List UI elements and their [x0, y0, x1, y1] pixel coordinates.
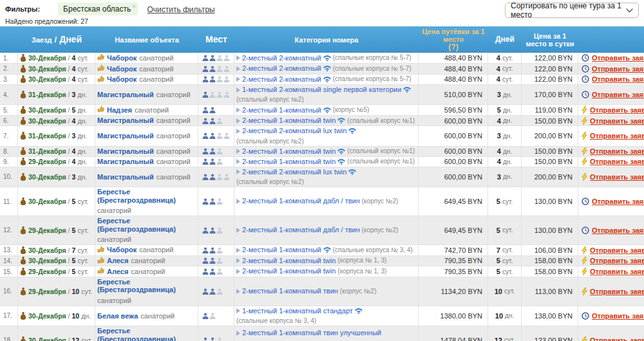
sort-select[interactable]: Сортировать по цене тура за 1 место: [505, 3, 639, 18]
close-icon[interactable]: ×: [132, 3, 135, 10]
send-request-link[interactable]: Отправить заявку: [590, 106, 644, 114]
person-icon: [216, 198, 223, 205]
category-link[interactable]: 2-местный 2-комнатный lux twin: [242, 168, 346, 176]
object-link[interactable]: Берестье (Брестагроздравница): [97, 217, 196, 233]
duration-number: 4: [72, 65, 76, 73]
object-link[interactable]: Магистральный: [97, 147, 154, 156]
object-link[interactable]: Надзея: [107, 106, 132, 115]
filter-chip-region[interactable]: Брестская область ×: [58, 3, 138, 15]
object-link[interactable]: Алеся: [107, 257, 128, 265]
category-cell: 2-местный 1-комнатный twin (спальный кор…: [234, 157, 419, 167]
table-row: 8. 31-Декабря / 4 дн. Магистральный сана…: [0, 147, 644, 157]
category-link[interactable]: 2-местный 1-комнатный: [242, 246, 321, 254]
object-link[interactable]: Чаборок: [107, 54, 137, 62]
send-request-link[interactable]: Отправить заявку: [592, 198, 644, 205]
send-request-link[interactable]: Отправить заявку: [590, 132, 644, 140]
object-link[interactable]: Алеся: [107, 268, 128, 276]
category-note: (корпус №2): [362, 198, 399, 205]
category-link[interactable]: 1-местный 1-комнатный стандарт: [242, 307, 353, 315]
send-request-link[interactable]: Отправить заявку: [592, 54, 644, 62]
category-link[interactable]: 2-местный 2-комнатный: [242, 54, 321, 62]
col-header-price-per-day[interactable]: Цена за 1 место в сутки: [522, 31, 578, 49]
sort-by-days-link[interactable]: Дней: [59, 35, 82, 44]
col-header-price[interactable]: Цена путёвки за 1 место (?): [419, 26, 488, 53]
object-link[interactable]: Белая вежа: [97, 312, 138, 320]
object-link[interactable]: Чаборок: [107, 75, 137, 84]
send-request-link[interactable]: Отправить заявку: [590, 117, 644, 125]
object-link[interactable]: Берестье (Брестагроздравница): [97, 327, 196, 341]
col-header-category[interactable]: Категория номера: [234, 35, 419, 45]
object-link[interactable]: Берестье (Брестагроздравница): [97, 188, 196, 204]
send-request-link[interactable]: Отправить заявку: [592, 75, 644, 83]
object-cell: Магистральный санаторий: [95, 147, 198, 156]
duration-number: 4: [72, 117, 76, 125]
send-request-link[interactable]: Отправить заявку: [590, 246, 644, 254]
send-request-link[interactable]: Отправить заявку: [590, 336, 644, 341]
clear-filters-link[interactable]: Очистить фильтры: [147, 3, 214, 14]
object-link[interactable]: Чаборок: [107, 246, 137, 254]
seats-cell: [198, 187, 234, 216]
days-cell: 4 дн.: [488, 116, 522, 125]
triangle-marker-icon: [236, 55, 240, 60]
seats-cell: [198, 167, 234, 187]
object-cell: Магистральный санаторий: [95, 116, 198, 125]
moneybag-icon: [20, 147, 26, 155]
apply-cell: Отправить заявку: [578, 75, 644, 85]
seats-cell: [198, 147, 234, 156]
send-request-link[interactable]: Отправить заявку: [590, 173, 644, 181]
col-header-name[interactable]: Название объекта: [95, 35, 198, 45]
price-per-day: 158,00 BYN: [522, 256, 578, 266]
sort-by-checkin-link[interactable]: Заезд: [32, 36, 52, 44]
category-link[interactable]: 1-местный 2-комнатный single первой кате…: [242, 86, 401, 94]
col-header-seats[interactable]: Мест: [198, 33, 234, 46]
object-link[interactable]: Берестье (Брестагроздравница): [97, 278, 196, 294]
duration-number: 4: [72, 54, 76, 62]
send-request-link[interactable]: Отправить заявку: [590, 158, 644, 165]
object-link[interactable]: Магистральный: [97, 116, 154, 125]
table-row: 13. 30-Декабря / 7 сут. Чаборок санатори…: [0, 245, 644, 256]
send-request-link[interactable]: Отправить заявку: [590, 268, 644, 275]
category-link[interactable]: 2-местный 2-комнатный: [242, 75, 321, 84]
category-link[interactable]: 2-местный 1-комнатный twin: [242, 257, 336, 265]
checkin-cell: 30-Декабря / 7 сут.: [18, 245, 95, 255]
send-request-link[interactable]: Отправить заявку: [592, 65, 644, 73]
category-link[interactable]: 2-местный 1-комнатный: [242, 106, 321, 115]
category-note: (корпуса № 1, 3): [337, 268, 386, 275]
category-link[interactable]: 2-местный 2-комнатный lux twin: [242, 127, 346, 135]
days-cell: 5 дн.: [488, 105, 522, 115]
category-link[interactable]: 2-местный 1-комнатный twin: [242, 116, 336, 125]
wifi-icon: [348, 128, 356, 134]
category-link[interactable]: 2-местный 2-комнатный: [242, 64, 321, 73]
person-icon: [202, 313, 209, 319]
send-request-link[interactable]: Отправить заявку: [590, 257, 644, 264]
help-icon[interactable]: (?): [448, 43, 458, 51]
col-header-days[interactable]: Дней: [488, 34, 522, 45]
category-cell: 2-местный 2-комнатный (спальные корпуса …: [234, 64, 419, 74]
duration-number: 4: [72, 75, 76, 83]
object-type: санаторий: [97, 297, 131, 305]
send-request-link[interactable]: Отправить заявку: [592, 312, 644, 320]
object-link[interactable]: Магистральный: [97, 91, 154, 99]
category-link[interactable]: 2-местный 1-комнатный twin: [242, 147, 336, 156]
person-icon: [202, 174, 209, 180]
category-link[interactable]: 2-местный 1-комнатный твин улучшенный: [242, 329, 381, 337]
category-link[interactable]: 2-местный 1-комнатный дабл / твин: [242, 226, 360, 234]
category-link[interactable]: 2-местный 1-комнатный twin: [242, 158, 336, 166]
send-request-link[interactable]: Отправить заявку: [592, 226, 644, 234]
send-request-link[interactable]: Отправить заявку: [590, 147, 644, 155]
object-link[interactable]: Магистральный: [97, 173, 154, 181]
send-request-link[interactable]: Отправить заявку: [590, 288, 644, 295]
category-link[interactable]: 2-местный 1-комнатный дабл / твин: [242, 197, 360, 205]
duration-unit: дн.: [77, 91, 87, 98]
object-cell: Магистральный санаторий: [95, 126, 198, 145]
send-request-link[interactable]: Отправить заявку: [592, 91, 644, 98]
object-type: санаторий: [139, 65, 173, 73]
object-link[interactable]: Магистральный: [97, 132, 154, 140]
seats-cell: [198, 216, 234, 244]
row-number: 10.: [0, 167, 18, 187]
category-link[interactable]: 2-местный 1-комнатный твин: [242, 287, 338, 295]
object-link[interactable]: Чаборок: [107, 65, 137, 73]
object-cell: Берестье (Брестагроздравница) санаторий: [95, 187, 198, 216]
category-link[interactable]: 2-местный 1-комнатный twin: [242, 267, 336, 275]
object-link[interactable]: Магистральный: [97, 158, 154, 166]
